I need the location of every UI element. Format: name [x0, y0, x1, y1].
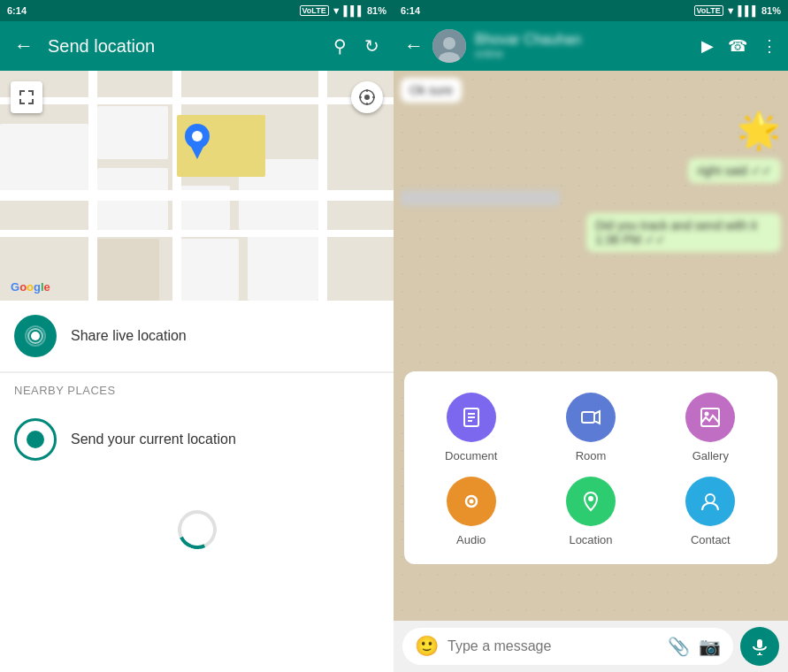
battery-right: 81% — [761, 5, 781, 16]
volte-icon-r: VoLTE — [694, 5, 723, 16]
gallery-icon — [685, 393, 735, 442]
svg-rect-23 — [19, 90, 21, 95]
chat-avatar — [432, 29, 466, 63]
send-current-label: Send your current location — [71, 431, 236, 447]
svg-rect-9 — [177, 239, 239, 301]
svg-rect-10 — [248, 230, 318, 301]
location-icon — [566, 477, 616, 526]
share-live-label: Share live location — [71, 328, 187, 344]
svg-rect-8 — [88, 239, 159, 301]
video-call-icon[interactable]: ▶ — [701, 36, 714, 56]
live-location-icon — [14, 315, 57, 357]
google-logo: Google — [11, 280, 50, 294]
document-label: Document — [445, 449, 497, 462]
svg-point-52 — [588, 496, 593, 501]
wifi-icon-r: ▼ — [726, 5, 736, 16]
attachment-button[interactable]: 📎 — [668, 636, 690, 657]
page-title: Send location — [48, 36, 319, 57]
svg-rect-54 — [757, 639, 762, 648]
toolbar-icons: ⚲ ↻ — [333, 35, 379, 57]
svg-rect-12 — [0, 190, 394, 201]
svg-point-49 — [705, 412, 709, 416]
audio-icon — [447, 477, 496, 526]
emoji-button[interactable]: 🙂 — [415, 635, 439, 658]
mic-button[interactable] — [740, 627, 779, 666]
sent-message-1: right said ✓✓ — [688, 158, 781, 183]
camera-button[interactable]: 📷 — [699, 636, 721, 657]
signal-icon-r: ▌▌▌ — [738, 5, 759, 16]
svg-point-51 — [469, 500, 473, 504]
search-icon[interactable]: ⚲ — [333, 35, 347, 57]
svg-marker-47 — [594, 411, 600, 424]
svg-rect-27 — [19, 99, 21, 104]
chat-background: Ok sure 🌟 right said ✓✓ Did you track an… — [394, 71, 788, 621]
room-label: Room — [576, 449, 607, 462]
volte-icon: VoLTE — [300, 5, 329, 16]
location-label: Location — [569, 533, 612, 546]
svg-point-53 — [706, 494, 715, 503]
status-icons-left: VoLTE ▼ ▌▌▌ 81% — [300, 5, 386, 16]
wifi-icon: ▼ — [332, 5, 341, 16]
svg-rect-2 — [97, 106, 168, 159]
svg-rect-48 — [701, 409, 719, 426]
right-status-bar: 6:14 VoLTE ▼ ▌▌▌ 81% — [394, 0, 788, 21]
chat-input-wrapper: 🙂 📎 📷 — [402, 628, 733, 665]
refresh-icon[interactable]: ↻ — [364, 35, 379, 57]
battery-left: 81% — [367, 5, 386, 16]
map-container[interactable]: Google — [0, 71, 394, 301]
document-icon — [447, 393, 496, 442]
svg-rect-46 — [582, 412, 594, 423]
chat-name: Bhovar Chauhan — [475, 32, 692, 48]
attach-audio-button[interactable]: Audio — [418, 477, 524, 546]
room-icon — [566, 393, 616, 442]
spinner-arc — [172, 505, 221, 554]
share-live-location-button[interactable]: Share live location — [0, 301, 394, 372]
svg-rect-25 — [32, 90, 34, 95]
svg-point-31 — [364, 95, 370, 100]
left-status-bar: 6:14 VoLTE ▼ ▌▌▌ 81% — [0, 0, 394, 21]
svg-rect-17 — [0, 230, 394, 237]
gallery-label: Gallery — [692, 449, 729, 462]
voice-call-icon[interactable]: ☎ — [728, 36, 747, 56]
status-time-left: 6:14 — [7, 5, 27, 16]
send-current-location-button[interactable]: Send your current location — [0, 404, 394, 475]
loading-spinner — [0, 475, 394, 584]
attachment-panel: Document Room — [404, 371, 777, 564]
emoji-message: 🌟 — [737, 110, 781, 151]
message-input[interactable] — [448, 638, 659, 654]
status-time-right: 6:14 — [401, 5, 420, 16]
chat-name-area: Bhovar Chauhan online — [475, 32, 692, 60]
attach-document-button[interactable]: Document — [418, 393, 524, 462]
attach-location-button[interactable]: Location — [538, 477, 643, 546]
current-location-dot — [27, 431, 44, 448]
left-panel: 6:14 VoLTE ▼ ▌▌▌ 81% ← Send location ⚲ ↻ — [0, 0, 394, 672]
expand-map-button[interactable] — [11, 81, 42, 113]
svg-rect-15 — [318, 71, 327, 301]
received-message-2 — [401, 190, 560, 206]
svg-rect-13 — [88, 71, 97, 301]
chat-status: online — [475, 48, 692, 60]
back-button[interactable]: ← — [14, 34, 34, 57]
audio-label: Audio — [456, 533, 486, 546]
nearby-places-label: Nearby places — [0, 373, 394, 404]
locate-button[interactable] — [351, 81, 383, 113]
svg-rect-16 — [0, 97, 394, 104]
svg-point-20 — [192, 131, 203, 141]
contact-icon — [685, 477, 735, 526]
chat-back-button[interactable]: ← — [404, 34, 424, 57]
current-location-icon — [14, 418, 57, 461]
svg-point-40 — [443, 37, 455, 50]
attach-contact-button[interactable]: Contact — [658, 477, 763, 546]
attach-room-button[interactable]: Room — [538, 393, 643, 462]
time-left: 6:14 — [7, 5, 27, 16]
svg-point-36 — [31, 332, 40, 340]
contact-label: Contact — [691, 533, 731, 546]
chat-input-bar: 🙂 📎 📷 — [394, 621, 788, 672]
svg-rect-1 — [0, 124, 88, 195]
status-icons-right: VoLTE ▼ ▌▌▌ 81% — [694, 5, 781, 16]
map-pin — [183, 124, 211, 165]
right-panel: 6:14 VoLTE ▼ ▌▌▌ 81% ← Bhovar Chauhan on… — [394, 0, 788, 672]
chat-toolbar-actions: ▶ ☎ ⋮ — [701, 36, 777, 56]
attach-gallery-button[interactable]: Gallery — [658, 393, 763, 462]
more-options-icon[interactable]: ⋮ — [761, 36, 777, 56]
